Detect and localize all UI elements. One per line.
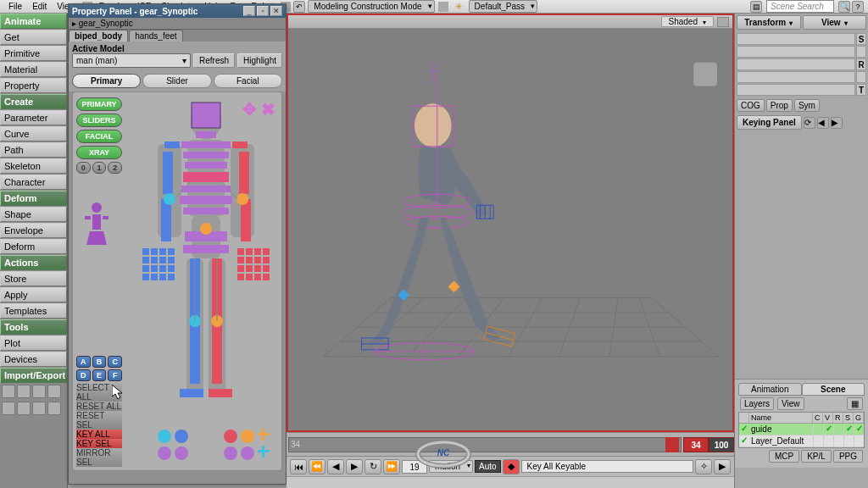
transform-dropdown[interactable]: Transform <box>737 15 801 30</box>
cat-create[interactable]: Create <box>0 94 67 109</box>
play-button[interactable]: ▶ <box>346 459 363 474</box>
key-marker-icon[interactable]: ◆ <box>503 459 520 474</box>
col-s[interactable]: S <box>843 413 854 423</box>
tool-icon[interactable] <box>32 385 46 398</box>
scale-x-field[interactable] <box>737 33 855 45</box>
key-sel-button[interactable]: KEY SEL <box>76 439 122 448</box>
vis-check-icon[interactable]: ✓ <box>739 424 749 435</box>
btn-store[interactable]: Store <box>0 271 67 286</box>
scale-y-field[interactable] <box>737 46 855 58</box>
rot-x-field[interactable] <box>737 71 855 83</box>
col-name[interactable]: Name <box>749 413 813 423</box>
next-frame-button[interactable]: ⏩ <box>383 459 400 474</box>
btn-material[interactable]: Material <box>0 62 67 77</box>
tool-icon[interactable] <box>32 402 46 415</box>
cat-importexport[interactable]: Import/Export <box>0 368 67 383</box>
sel-a-button[interactable]: A <box>76 356 91 368</box>
btn-path[interactable]: Path <box>0 142 67 158</box>
cat-tools[interactable]: Tools <box>0 319 67 335</box>
menu-edit[interactable]: Edit <box>27 2 52 11</box>
construction-mode-dropdown[interactable]: Modeling Construction Mode <box>308 0 434 13</box>
tool-icon[interactable] <box>17 385 31 398</box>
sym-button[interactable]: Sym <box>794 99 820 112</box>
search-go-icon[interactable]: 🔍 <box>838 1 850 13</box>
space-1-button[interactable]: 1 <box>92 162 107 174</box>
mini-figure-icon[interactable] <box>81 201 112 252</box>
col-v[interactable]: V <box>823 413 833 423</box>
scale-z-field[interactable] <box>737 58 855 70</box>
sel-d-button[interactable]: D <box>76 369 91 381</box>
close-icon[interactable]: ✕ <box>270 6 282 16</box>
tool-icon[interactable] <box>2 402 15 415</box>
restore-icon[interactable]: ▫ <box>257 6 269 16</box>
breadcrumb[interactable]: gear_Synoptic <box>69 18 286 30</box>
camera-icon[interactable] <box>717 17 729 27</box>
shade-mode-dropdown[interactable]: Shaded <box>661 16 714 27</box>
space-2-button[interactable]: 2 <box>108 162 122 174</box>
facial-mode-button[interactable]: FACIAL <box>76 130 122 143</box>
tool-icon[interactable] <box>17 402 31 415</box>
layer-row-guide[interactable]: ✓ guide ✓✓✓ <box>739 424 864 435</box>
viewport[interactable]: Shaded <box>287 14 734 432</box>
reset-sel-button[interactable]: RESET SEL <box>76 411 122 430</box>
col-r[interactable]: R <box>833 413 843 423</box>
viewport-canvas[interactable] <box>288 29 732 430</box>
btn-property[interactable]: Property <box>0 78 67 93</box>
keying-panel-button[interactable]: Keying Panel <box>737 115 802 130</box>
btn-shape[interactable]: Shape <box>0 207 67 222</box>
rot-y-field[interactable] <box>737 84 855 96</box>
btn-devices[interactable]: Devices <box>0 352 67 367</box>
btn-get[interactable]: Get <box>0 30 67 45</box>
keying-icon-1[interactable]: ⟳ <box>804 117 815 129</box>
synoptic-figure[interactable] <box>132 97 280 467</box>
btn-curve[interactable]: Curve <box>0 126 67 141</box>
sliders-mode-button[interactable]: SLIDERS <box>76 114 122 127</box>
cat-animate[interactable]: Animate <box>0 14 67 29</box>
prop-button[interactable]: Prop <box>766 99 793 112</box>
highlight-button[interactable]: Highlight <box>237 53 282 68</box>
btn-templates[interactable]: Templates <box>0 303 67 319</box>
tool-icon[interactable] <box>2 385 15 398</box>
minimize-icon[interactable]: _ <box>243 6 255 16</box>
sel-c-button[interactable]: C <box>108 356 122 368</box>
script-icon[interactable]: ▤ <box>750 1 762 13</box>
next-key-button[interactable]: ▶ <box>714 459 731 474</box>
btn-deform-btn[interactable]: Deform <box>0 239 67 254</box>
tool-icon[interactable] <box>47 402 61 415</box>
timeline-cursor[interactable] <box>665 437 679 452</box>
wand-icon[interactable]: ✧ <box>695 459 712 474</box>
layer-view-dropdown[interactable]: View <box>777 397 804 410</box>
btn-plot[interactable]: Plot <box>0 336 67 351</box>
key-all-button[interactable]: KEY ALL <box>76 430 122 439</box>
btn-envelope[interactable]: Envelope <box>0 223 67 238</box>
pass-dropdown[interactable]: Default_Pass <box>469 0 537 13</box>
current-frame-display[interactable]: 34 <box>683 437 709 452</box>
cat-deform[interactable]: Deform <box>0 191 67 206</box>
frame-input[interactable]: 19 <box>402 460 427 474</box>
sel-b-button[interactable]: B <box>92 356 107 368</box>
space-0-button[interactable]: 0 <box>76 162 91 174</box>
refresh-button[interactable]: Refresh <box>193 53 235 68</box>
tab-biped-body[interactable]: biped_body <box>69 30 128 42</box>
scene-search-input[interactable]: Scene Search <box>766 0 834 13</box>
mirror-sel-button[interactable]: MIRROR SEL <box>76 448 122 467</box>
cog-button[interactable]: COG <box>737 99 765 112</box>
keying-next-icon[interactable]: ▶ <box>831 117 843 129</box>
col-g[interactable]: G <box>854 413 864 423</box>
tab-scene[interactable]: Scene <box>802 383 865 396</box>
panel-titlebar[interactable]: Property Panel - gear_Synoptic _ ▫ ✕ <box>69 4 286 18</box>
page-facial[interactable]: Facial <box>214 74 282 88</box>
prev-frame-button[interactable]: ◀ <box>327 459 344 474</box>
btn-skeleton[interactable]: Skeleton <box>0 158 67 174</box>
sel-e-button[interactable]: E <box>92 369 107 381</box>
btn-character[interactable]: Character <box>0 175 67 190</box>
mcp-button[interactable]: MCP <box>769 450 799 463</box>
tab-animation[interactable]: Animation <box>738 383 802 396</box>
cat-actions[interactable]: Actions <box>0 255 67 270</box>
prev-key-button[interactable]: ⏪ <box>309 459 326 474</box>
xray-mode-button[interactable]: XRAY <box>76 146 122 159</box>
help-icon[interactable]: ? <box>852 1 864 13</box>
tab-hands-feet[interactable]: hands_feet <box>129 30 183 42</box>
menu-file[interactable]: File <box>3 2 27 11</box>
keymode-field[interactable]: Key All Keyable <box>521 460 693 473</box>
